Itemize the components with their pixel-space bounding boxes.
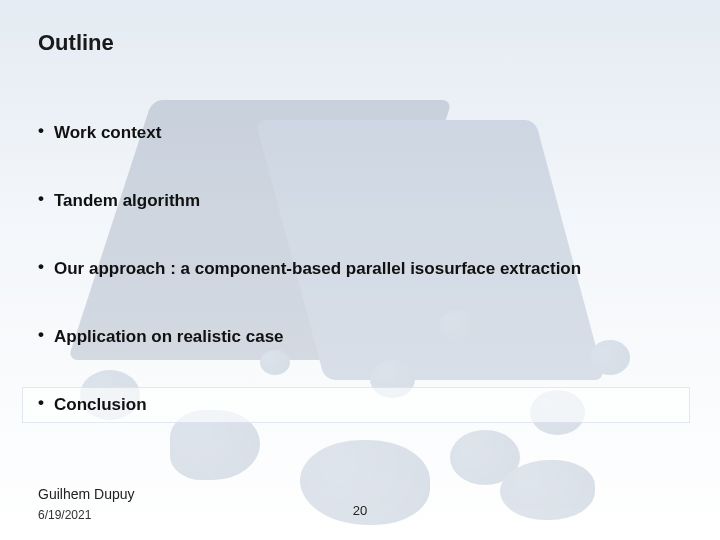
outline-item: Our approach : a component-based paralle… <box>30 251 690 287</box>
outline-list: Work context Tandem algorithm Our approa… <box>30 115 690 455</box>
outline-item: Application on realistic case <box>30 319 690 355</box>
slide-title: Outline <box>38 30 114 56</box>
outline-item: Tandem algorithm <box>30 183 690 219</box>
slide: Outline Work context Tandem algorithm Ou… <box>0 0 720 540</box>
footer-author: Guilhem Dupuy <box>38 486 135 502</box>
outline-item: Work context <box>30 115 690 151</box>
outline-item-current: Conclusion <box>22 387 690 423</box>
footer-page-number: 20 <box>0 503 720 518</box>
